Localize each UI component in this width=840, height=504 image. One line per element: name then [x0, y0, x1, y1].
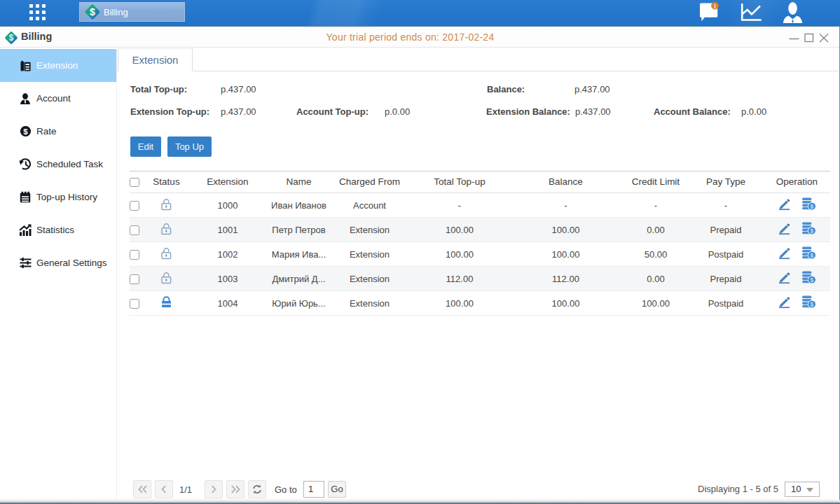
svg-text:!: !: [714, 3, 716, 10]
svg-text:$: $: [23, 127, 28, 136]
svg-text:$: $: [90, 6, 95, 18]
